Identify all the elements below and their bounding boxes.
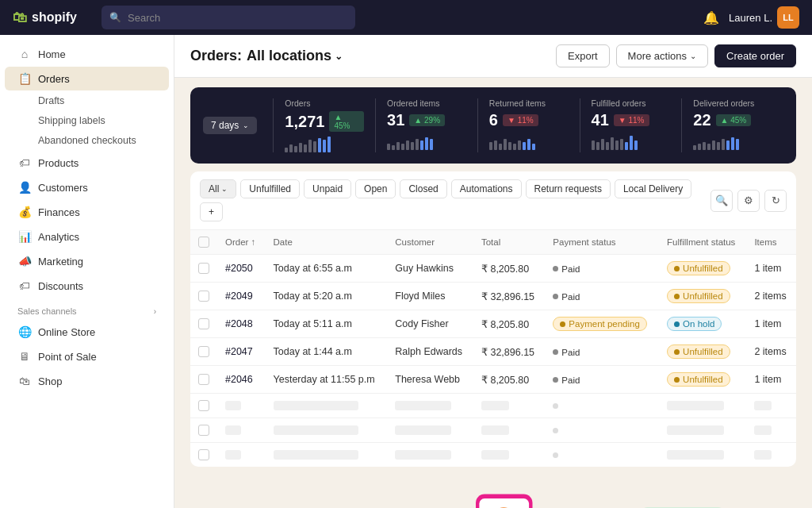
more-actions-button[interactable]: More actions ⌄ [616, 44, 708, 67]
order-link[interactable]: #2049 [225, 291, 253, 302]
shopify-logo: 🛍 shopify [13, 10, 92, 26]
sidebar-item-analytics[interactable]: 📊 Analytics [5, 225, 169, 248]
stat-value: 1,271 ▲ 45% [285, 111, 364, 132]
sidebar-item-shop[interactable]: 🛍 Shop [5, 369, 169, 393]
filter-btn-automations[interactable]: Automations [451, 179, 522, 198]
filter-btn-unfulfilled[interactable]: Unfulfilled [240, 179, 300, 198]
sidebar-item-finances[interactable]: 💰 Finances [5, 200, 169, 224]
filter-orders-button[interactable]: ⚙ [737, 190, 760, 212]
payment-badge: Payment pending [553, 317, 647, 331]
total-cell: ₹ 32,896.15 [473, 283, 545, 310]
table-row[interactable]: #2048 Today at 5:11 a.m Cody Fisher ₹ 8,… [190, 310, 796, 338]
sidebar-subitem-shipping-labels[interactable]: Shipping labels [5, 111, 169, 130]
more-actions-chevron-icon: ⌄ [690, 52, 696, 60]
date-cell: Today at 5:20 a.m [266, 283, 388, 310]
order-link[interactable]: #2050 [225, 263, 253, 274]
order-link[interactable]: #2046 [225, 374, 253, 385]
fulfillment-status-cell: Unfulfilled [659, 283, 746, 310]
sidebar-label-products: Products [38, 157, 79, 169]
fulfillment-status-cell: Unfulfilled [659, 338, 746, 366]
fulfillment-status-column-header: Fulfillment status [659, 230, 746, 255]
sales-channels-section: Sales channels › [0, 298, 174, 319]
reviews-illustration: ★★★★★ 👍 ❤ ★ [587, 488, 761, 508]
table-row[interactable]: #2046 Yesterday at 11:55 p.m Theresa Web… [190, 366, 796, 394]
row-checkbox-cell[interactable] [190, 255, 217, 283]
toolbar-right: 🔍 ⚙ ↻ [710, 190, 787, 212]
filter-btn-return-requests[interactable]: Return requests [526, 179, 611, 198]
search-orders-button[interactable]: 🔍 [710, 190, 733, 212]
sidebar-item-products[interactable]: 🏷 Products [5, 151, 169, 175]
filter-btn-closed[interactable]: Closed [400, 179, 446, 198]
sales-channels-chevron: › [154, 307, 156, 316]
order-link[interactable]: #2048 [225, 318, 253, 329]
order-cell[interactable]: #2046 [217, 366, 266, 394]
notification-bell-icon[interactable]: 🔔 [703, 10, 719, 25]
customer-cell: Cody Fisher [387, 310, 473, 338]
payment-status-column-header: Payment status [545, 230, 659, 255]
illustration-area: i ⚙ ⚙ [174, 476, 812, 508]
order-cell[interactable]: #2048 [217, 310, 266, 338]
search-bar[interactable]: 🔍 [102, 6, 355, 29]
sidebar-item-point-of-sale[interactable]: 🖥 Point of Sale [5, 344, 169, 368]
stat-value: 31 ▲ 29% [387, 111, 466, 129]
filter-btn-+[interactable]: + [200, 202, 223, 221]
sidebar-item-orders[interactable]: 📋 Orders [5, 67, 169, 90]
row-checkbox-cell[interactable] [190, 366, 217, 394]
sidebar-label-discounts: Discounts [38, 280, 83, 292]
row-checkbox-cell[interactable] [190, 283, 217, 310]
svg-rect-29 [479, 498, 529, 508]
user-menu[interactable]: Lauren L. LL [729, 6, 799, 29]
order-cell[interactable]: #2050 [217, 255, 266, 283]
delivery-illustration [406, 488, 580, 508]
orders-header: Orders: All locations ⌄ Export More acti… [174, 35, 812, 78]
filter-btn-local-delivery[interactable]: Local Delivery [615, 179, 691, 198]
order-link[interactable]: #2047 [225, 346, 253, 357]
stats-period-selector[interactable]: 7 days ⌄ [203, 117, 257, 134]
order-cell[interactable]: #2049 [217, 283, 266, 310]
location-dropdown[interactable]: All locations ⌄ [247, 48, 343, 64]
period-chevron-icon: ⌄ [243, 121, 249, 129]
table-row-skeleton [190, 394, 796, 418]
select-all-header[interactable] [190, 230, 217, 255]
search-input[interactable] [128, 12, 347, 24]
row-checkbox-cell[interactable] [190, 338, 217, 366]
stat-item-delivered-orders: Delivered orders 22 ▲ 45% [681, 98, 783, 152]
customers-icon: 👤 [17, 181, 32, 194]
total-cell: ₹ 8,205.80 [473, 366, 545, 394]
sidebar-subitem-drafts[interactable]: Drafts [5, 91, 169, 110]
table-row[interactable]: #2049 Today at 5:20 a.m Floyd Miles ₹ 32… [190, 283, 796, 310]
table-toolbar: All⌄UnfulfilledUnpaidOpenClosedAutomatio… [190, 171, 796, 230]
table-row[interactable]: #2047 Today at 1:44 a.m Ralph Edwards ₹ … [190, 338, 796, 366]
mini-chart [592, 131, 671, 150]
create-order-button[interactable]: Create order [714, 44, 796, 67]
stat-item-orders: Orders 1,271 ▲ 45% [273, 98, 375, 152]
home-icon: ⌂ [17, 48, 32, 60]
filter-btn-all[interactable]: All⌄ [200, 179, 236, 198]
sidebar-subitem-abandoned-checkouts[interactable]: Abandoned checkouts [5, 131, 169, 150]
fulfillment-status-cell: Unfulfilled [659, 255, 746, 283]
sidebar-item-marketing[interactable]: 📣 Marketing [5, 249, 169, 273]
stat-item-returned-items: Returned items 6 ▼ 11% [477, 98, 580, 152]
analytics-icon: 📊 [17, 230, 32, 243]
stats-bar: 7 days ⌄ Orders 1,271 ▲ 45% Ordered item… [190, 87, 796, 164]
items-cell: 2 items [746, 338, 796, 366]
sidebar-item-home[interactable]: ⌂ Home [5, 42, 169, 66]
sidebar-item-customers[interactable]: 👤 Customers [5, 175, 169, 199]
stat-badge: ▼ 11% [614, 114, 649, 126]
table-row[interactable]: #2050 Today at 6:55 a.m Guy Hawkins ₹ 8,… [190, 255, 796, 283]
payment-status-cell: Paid [545, 255, 659, 283]
sidebar-item-online-store[interactable]: 🌐 Online Store [5, 320, 169, 344]
location-chevron-icon: ⌄ [335, 51, 343, 62]
filter-btn-open[interactable]: Open [355, 179, 396, 198]
sort-orders-button[interactable]: ↻ [764, 190, 787, 212]
export-button[interactable]: Export [556, 44, 610, 67]
sidebar-item-discounts[interactable]: 🏷 Discounts [5, 274, 169, 298]
items-cell: 1 item [746, 255, 796, 283]
sidebar-label-orders: Orders [38, 73, 70, 85]
row-checkbox-cell[interactable] [190, 310, 217, 338]
filter-btn-unpaid[interactable]: Unpaid [304, 179, 351, 198]
sidebar-label-online-store: Online Store [38, 326, 95, 338]
mini-chart [285, 133, 364, 152]
main-layout: ⌂ Home 📋 Orders Drafts Shipping labels A… [0, 35, 812, 508]
order-cell[interactable]: #2047 [217, 338, 266, 366]
